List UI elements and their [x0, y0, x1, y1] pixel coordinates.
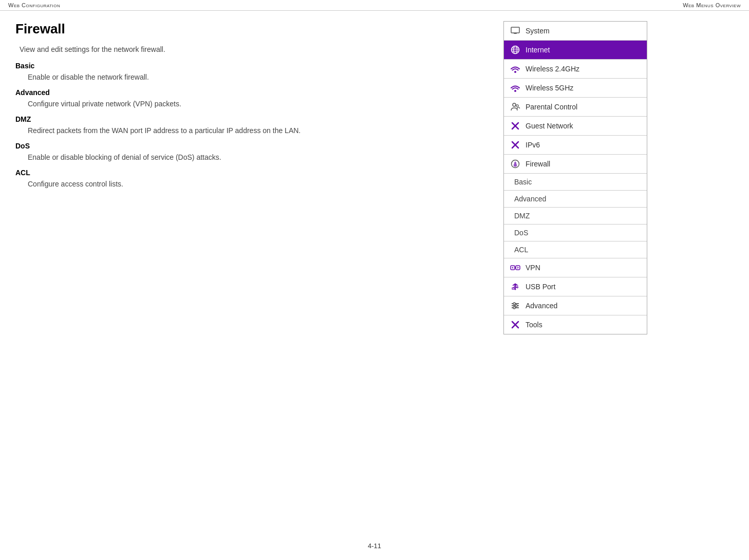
- svg-rect-18: [516, 266, 520, 270]
- sidebar-label-firewall: Firewall: [526, 160, 550, 168]
- section-heading-dos: DoS: [15, 142, 488, 150]
- sidebar-label-tools: Tools: [526, 321, 542, 329]
- ipv6-icon: [510, 140, 520, 150]
- guest-network-icon: [510, 121, 520, 131]
- svg-point-30: [515, 305, 517, 307]
- svg-point-10: [513, 103, 516, 106]
- svg-rect-17: [511, 266, 515, 270]
- header-left: Web Configuration: [8, 2, 60, 8]
- svg-point-31: [513, 307, 515, 309]
- section-dmz: DMZ Redirect packets from the WAN port I…: [15, 115, 488, 135]
- section-heading-basic: Basic: [15, 62, 488, 70]
- sidebar-label-vpn: VPN: [526, 264, 540, 272]
- sidebar-label-wireless5: Wireless 5GHz: [526, 84, 573, 92]
- sidebar-label-system: System: [526, 27, 550, 35]
- svg-point-25: [515, 289, 516, 290]
- intro-text: View and edit settings for the network f…: [15, 45, 488, 53]
- svg-point-8: [514, 71, 516, 73]
- usb-icon: [510, 282, 520, 292]
- advanced-icon: [510, 301, 520, 311]
- svg-point-29: [513, 303, 515, 305]
- page-header: Web Configuration Web Menus Overview: [0, 0, 749, 11]
- section-dos: DoS Enable or disable blocking of denial…: [15, 142, 488, 161]
- section-desc-basic: Enable or disable the network firewall.: [15, 73, 488, 81]
- sidebar-item-internet[interactable]: Internet: [504, 41, 647, 60]
- section-desc-advanced: Configure virtual private network (VPN) …: [15, 100, 488, 108]
- wireless24-icon: [510, 64, 520, 74]
- section-heading-dmz: DMZ: [15, 115, 488, 123]
- tools-icon: [510, 320, 520, 330]
- sidebar-item-guest[interactable]: Guest Network: [504, 117, 647, 136]
- page-number: 4-11: [368, 542, 381, 550]
- sidebar-label-wireless24: Wireless 2.4GHz: [526, 65, 579, 73]
- sidebar-label-guest: Guest Network: [526, 122, 573, 130]
- sidebar-item-wireless24[interactable]: Wireless 2.4GHz: [504, 60, 647, 79]
- sidebar-item-system[interactable]: System: [504, 22, 647, 41]
- sidebar-label-dmz: DMZ: [514, 212, 530, 220]
- parental-icon: [510, 102, 520, 112]
- content-area: Firewall View and edit settings for the …: [0, 21, 503, 555]
- sidebar-label-ipv6: IPv6: [526, 141, 540, 149]
- sidebar-item-tools[interactable]: Tools: [504, 315, 647, 334]
- section-heading-advanced: Advanced: [15, 88, 488, 97]
- sidebar-label-acl: ACL: [514, 246, 528, 254]
- sidebar-item-advanced[interactable]: Advanced: [504, 191, 647, 208]
- section-desc-dmz: Redirect packets from the WAN port IP ad…: [15, 126, 488, 135]
- sidebar-item-acl[interactable]: ACL: [504, 241, 647, 258]
- section-acl: ACL Configure access control lists.: [15, 169, 488, 188]
- firewall-icon: [510, 159, 520, 169]
- sidebar-item-wireless5[interactable]: Wireless 5GHz: [504, 79, 647, 98]
- sidebar-label-parental: Parental Control: [526, 103, 577, 111]
- sidebar-item-firewall[interactable]: Firewall: [504, 155, 647, 174]
- wireless5-icon: [510, 83, 520, 93]
- globe-icon: [510, 45, 520, 55]
- sidebar-item-vpn[interactable]: VPN: [504, 258, 647, 277]
- sidebar-item-usb[interactable]: USB Port: [504, 277, 647, 296]
- sidebar-label-advanced-main: Advanced: [526, 302, 557, 310]
- section-heading-acl: ACL: [15, 169, 488, 177]
- section-desc-acl: Configure access control lists.: [15, 180, 488, 188]
- sidebar-item-parental[interactable]: Parental Control: [504, 98, 647, 117]
- sidebar-label-usb: USB Port: [526, 283, 555, 291]
- sidebar-label-internet: Internet: [526, 46, 550, 54]
- sidebar-label-dos: DoS: [514, 229, 528, 237]
- sidebar-item-advanced-main[interactable]: Advanced: [504, 296, 647, 315]
- sidebar-item-basic[interactable]: Basic: [504, 174, 647, 191]
- monitor-icon: [510, 26, 520, 36]
- svg-point-11: [516, 105, 518, 107]
- vpn-icon: [510, 263, 520, 273]
- header-right: Web Menus Overview: [683, 2, 741, 8]
- page-title: Firewall: [15, 21, 488, 37]
- main-content: Firewall View and edit settings for the …: [0, 11, 749, 555]
- sidebar-item-dmz[interactable]: DMZ: [504, 208, 647, 225]
- sidebar-nav: System Internet: [503, 21, 647, 334]
- sidebar-label-advanced: Advanced: [514, 195, 546, 203]
- sidebar-label-basic: Basic: [514, 178, 532, 186]
- section-basic: Basic Enable or disable the network fire…: [15, 62, 488, 81]
- section-advanced: Advanced Configure virtual private netwo…: [15, 88, 488, 108]
- svg-point-9: [514, 90, 516, 92]
- section-desc-dos: Enable or disable blocking of denial of …: [15, 153, 488, 161]
- sidebar-item-dos[interactable]: DoS: [504, 225, 647, 241]
- svg-rect-22: [512, 288, 514, 289]
- svg-rect-0: [511, 27, 519, 33]
- sidebar-item-ipv6[interactable]: IPv6: [504, 136, 647, 155]
